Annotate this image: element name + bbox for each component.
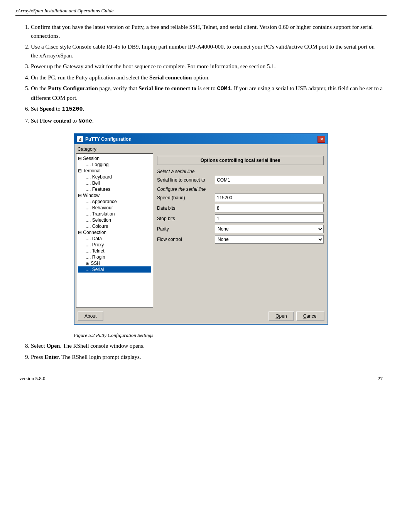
- putty-title-text: PuTTY Configuration: [85, 136, 132, 142]
- putty-tree: ⊟ Session .... Logging ⊟ Terminal .... K…: [76, 153, 153, 308]
- step-9: Press Enter. The RShell login prompt dis…: [31, 353, 383, 362]
- parity-label: Parity: [157, 226, 215, 232]
- flow-control-label: Flow control: [157, 237, 215, 242]
- about-button[interactable]: About: [78, 311, 103, 321]
- speed-input[interactable]: [215, 194, 324, 202]
- tree-translation[interactable]: .... Translation: [78, 211, 151, 217]
- cancel-button[interactable]: Cancel: [296, 311, 324, 321]
- stop-bits-input[interactable]: [215, 214, 324, 223]
- step-5: On the Putty Configuration page, verify …: [31, 84, 383, 102]
- tree-behaviour[interactable]: .... Behaviour: [78, 205, 151, 211]
- putty-icon: 🖥: [77, 136, 83, 142]
- putty-footer: About Open Cancel: [76, 309, 326, 322]
- tree-rlogin[interactable]: .... Rlogin: [78, 254, 151, 260]
- instruction-list-after: Select Open. The RShell console window o…: [31, 342, 383, 361]
- stop-bits-label: Stop bits: [157, 216, 215, 221]
- step-1: Confirm that you have the latest version…: [31, 23, 383, 40]
- putty-section2-label: Configure the serial line: [157, 187, 324, 192]
- version-text: version 5.8.0: [19, 375, 46, 382]
- tree-connection[interactable]: ⊟ Connection: [78, 229, 151, 236]
- tree-ssh[interactable]: ⊞ SSH: [78, 260, 151, 266]
- flow-control-select[interactable]: None XON/XOFF RTS/CTS DSR/DTR: [215, 235, 324, 244]
- category-label: Category:: [78, 146, 98, 152]
- step-6: Set Speed to 115200.: [31, 104, 383, 114]
- data-bits-row: Data bits: [157, 204, 324, 212]
- putty-titlebar-left: 🖥 PuTTY Configuration: [77, 136, 132, 142]
- main-content: Confirm that you have the latest version…: [19, 23, 383, 382]
- page-header: xArray/xSpan Installation and Operations…: [15, 8, 387, 16]
- putty-group-label: Options controlling local serial lines: [157, 156, 324, 165]
- flow-control-row: Flow control None XON/XOFF RTS/CTS DSR/D…: [157, 235, 324, 244]
- tree-colours[interactable]: .... Colours: [78, 223, 151, 229]
- tree-logging[interactable]: .... Logging: [78, 162, 151, 168]
- putty-footer-right: Open Cancel: [269, 311, 324, 321]
- tree-telnet[interactable]: .... Telnet: [78, 248, 151, 254]
- putty-titlebar: 🖥 PuTTY Configuration ✕: [74, 134, 328, 144]
- tree-session[interactable]: ⊟ Session: [78, 155, 151, 162]
- stop-bits-row: Stop bits: [157, 214, 324, 223]
- tree-proxy[interactable]: .... Proxy: [78, 242, 151, 248]
- figure-caption: Figure 5.2 Putty Configuration Settings: [74, 332, 328, 338]
- step-2: Use a Cisco style Console cable RJ-45 to…: [31, 42, 383, 60]
- step-4: On the PC, run the Putty application and…: [31, 73, 383, 82]
- tree-terminal[interactable]: ⊟ Terminal: [78, 168, 151, 174]
- tree-data[interactable]: .... Data: [78, 236, 151, 242]
- step-3: Power up the Gateway and wait for the bo…: [31, 62, 383, 71]
- parity-select[interactable]: None Odd Even Mark Space: [215, 225, 324, 233]
- data-bits-input[interactable]: [215, 204, 324, 212]
- putty-body: Category: ⊟ Session .... Logging ⊟ Termi…: [74, 144, 328, 324]
- tree-selection[interactable]: .... Selection: [78, 217, 151, 223]
- tree-appearance[interactable]: .... Appearance: [78, 199, 151, 205]
- tree-keyboard[interactable]: .... Keyboard: [78, 174, 151, 180]
- tree-window[interactable]: ⊟ Window: [78, 192, 151, 199]
- speed-row: Speed (baud): [157, 194, 324, 202]
- parity-row: Parity None Odd Even Mark Space: [157, 225, 324, 233]
- putty-main-area: ⊟ Session .... Logging ⊟ Terminal .... K…: [76, 153, 326, 308]
- step-8: Select Open. The RShell console window o…: [31, 342, 383, 350]
- putty-config-panel: Options controlling local serial lines S…: [155, 153, 326, 308]
- instruction-list: Confirm that you have the latest version…: [31, 23, 383, 126]
- tree-bell[interactable]: .... Bell: [78, 180, 151, 186]
- page-number: 27: [378, 375, 383, 382]
- serial-line-input[interactable]: [215, 176, 324, 184]
- open-button[interactable]: Open: [269, 311, 294, 321]
- page-footer: version 5.8.0 27: [19, 373, 383, 382]
- tree-features[interactable]: .... Features: [78, 186, 151, 192]
- step-7: Set Flow control to None.: [31, 116, 383, 126]
- serial-line-label: Serial line to connect to: [157, 177, 215, 183]
- putty-section1-label: Select a serial line: [157, 169, 324, 174]
- putty-dialog: 🖥 PuTTY Configuration ✕ Category: ⊟ Sess…: [74, 133, 328, 325]
- tree-serial[interactable]: .... Serial: [78, 266, 151, 273]
- serial-line-row: Serial line to connect to: [157, 176, 324, 184]
- speed-label: Speed (baud): [157, 195, 215, 200]
- data-bits-label: Data bits: [157, 205, 215, 211]
- putty-close-button[interactable]: ✕: [318, 136, 325, 143]
